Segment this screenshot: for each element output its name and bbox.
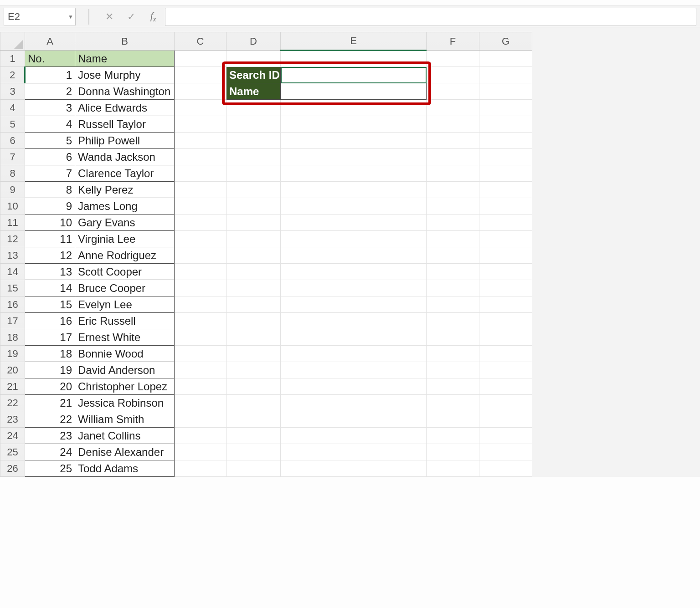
name-box[interactable]: E2 bbox=[4, 8, 66, 26]
cell[interactable] bbox=[427, 313, 479, 329]
cell[interactable] bbox=[281, 280, 427, 296]
cell[interactable] bbox=[226, 165, 281, 182]
cell[interactable] bbox=[175, 198, 226, 215]
cell[interactable] bbox=[281, 313, 427, 329]
cell-no[interactable]: 20 bbox=[25, 378, 75, 395]
cell-name[interactable]: Kelly Perez bbox=[75, 182, 175, 198]
cell[interactable] bbox=[281, 165, 427, 182]
cell[interactable] bbox=[175, 51, 226, 67]
row-header[interactable]: 18 bbox=[0, 329, 25, 346]
cell-no[interactable]: 19 bbox=[25, 362, 75, 378]
cell[interactable] bbox=[226, 264, 281, 280]
lookup-input-search-id[interactable] bbox=[281, 67, 427, 83]
cell[interactable] bbox=[281, 329, 427, 346]
cell[interactable] bbox=[427, 133, 479, 149]
cell[interactable] bbox=[479, 411, 532, 428]
cell[interactable] bbox=[175, 264, 226, 280]
cell[interactable] bbox=[427, 100, 479, 116]
cell[interactable] bbox=[479, 133, 532, 149]
row-header[interactable]: 16 bbox=[0, 296, 25, 313]
cell[interactable] bbox=[281, 444, 427, 460]
cell[interactable] bbox=[226, 51, 281, 67]
cell[interactable] bbox=[427, 362, 479, 378]
cell[interactable] bbox=[175, 215, 226, 231]
cell[interactable] bbox=[479, 67, 532, 83]
cell-name[interactable]: William Smith bbox=[75, 411, 175, 428]
col-header-G[interactable]: G bbox=[479, 32, 532, 51]
cell[interactable] bbox=[427, 116, 479, 133]
cell[interactable] bbox=[427, 165, 479, 182]
cell[interactable] bbox=[479, 83, 532, 100]
cell-no[interactable]: 5 bbox=[25, 133, 75, 149]
cell-no[interactable]: 22 bbox=[25, 411, 75, 428]
row-header[interactable]: 26 bbox=[0, 460, 25, 477]
cell-no[interactable]: 23 bbox=[25, 428, 75, 444]
col-header-B[interactable]: B bbox=[75, 32, 175, 51]
cell-no[interactable]: 2 bbox=[25, 83, 75, 100]
cell-name[interactable]: Ernest White bbox=[75, 329, 175, 346]
cell[interactable] bbox=[281, 362, 427, 378]
cell-no[interactable]: 8 bbox=[25, 182, 75, 198]
cell-no[interactable]: 1 bbox=[25, 67, 75, 83]
cell-name[interactable]: Bonnie Wood bbox=[75, 346, 175, 362]
spreadsheet-grid[interactable]: A B C D E F G 1No.Name21Jose MurphySearc… bbox=[0, 32, 532, 477]
cell[interactable] bbox=[479, 182, 532, 198]
row-header[interactable]: 20 bbox=[0, 362, 25, 378]
cell-no[interactable]: 10 bbox=[25, 215, 75, 231]
name-box-wrap[interactable]: E2 ▼ bbox=[4, 8, 76, 26]
cell[interactable] bbox=[281, 215, 427, 231]
cell-name[interactable]: Gary Evans bbox=[75, 215, 175, 231]
cell[interactable] bbox=[427, 247, 479, 264]
cell[interactable] bbox=[226, 460, 281, 477]
cell[interactable] bbox=[281, 116, 427, 133]
cell-no[interactable]: 21 bbox=[25, 395, 75, 411]
cell-name[interactable]: Eric Russell bbox=[75, 313, 175, 329]
cell-name[interactable]: Denise Alexander bbox=[75, 444, 175, 460]
cell[interactable] bbox=[427, 460, 479, 477]
row-header[interactable]: 21 bbox=[0, 378, 25, 395]
cell[interactable] bbox=[175, 116, 226, 133]
cell[interactable] bbox=[175, 182, 226, 198]
cell[interactable] bbox=[281, 411, 427, 428]
cell[interactable] bbox=[175, 378, 226, 395]
cell[interactable] bbox=[281, 428, 427, 444]
cell[interactable] bbox=[479, 247, 532, 264]
cell-name[interactable]: Philip Powell bbox=[75, 133, 175, 149]
cell[interactable] bbox=[175, 460, 226, 477]
col-header-D[interactable]: D bbox=[226, 32, 281, 51]
cell[interactable] bbox=[479, 362, 532, 378]
cell[interactable] bbox=[226, 198, 281, 215]
cell[interactable] bbox=[175, 247, 226, 264]
cell-name[interactable]: Alice Edwards bbox=[75, 100, 175, 116]
cell[interactable] bbox=[479, 100, 532, 116]
cell-name[interactable]: David Anderson bbox=[75, 362, 175, 378]
cell[interactable] bbox=[226, 444, 281, 460]
cell[interactable] bbox=[427, 444, 479, 460]
cell[interactable] bbox=[427, 411, 479, 428]
cell-no[interactable]: 6 bbox=[25, 149, 75, 165]
cell[interactable] bbox=[427, 280, 479, 296]
cell[interactable] bbox=[175, 346, 226, 362]
cell[interactable] bbox=[281, 133, 427, 149]
cell-name[interactable]: Todd Adams bbox=[75, 460, 175, 477]
row-header[interactable]: 6 bbox=[0, 133, 25, 149]
cell[interactable] bbox=[427, 51, 479, 67]
cell[interactable] bbox=[175, 329, 226, 346]
cell[interactable] bbox=[226, 182, 281, 198]
row-header[interactable]: 25 bbox=[0, 444, 25, 460]
cell-name[interactable]: Wanda Jackson bbox=[75, 149, 175, 165]
cell[interactable] bbox=[427, 231, 479, 247]
cell-no[interactable]: 25 bbox=[25, 460, 75, 477]
cell[interactable] bbox=[226, 215, 281, 231]
cell[interactable] bbox=[226, 313, 281, 329]
formula-input[interactable] bbox=[165, 8, 696, 26]
cell-name[interactable]: Clarence Taylor bbox=[75, 165, 175, 182]
cell[interactable] bbox=[175, 395, 226, 411]
cell[interactable] bbox=[479, 51, 532, 67]
cell-name[interactable]: James Long bbox=[75, 198, 175, 215]
cell-name[interactable]: Evelyn Lee bbox=[75, 296, 175, 313]
cell[interactable] bbox=[281, 264, 427, 280]
cell[interactable] bbox=[281, 346, 427, 362]
cell[interactable] bbox=[427, 346, 479, 362]
cell-no[interactable]: 16 bbox=[25, 313, 75, 329]
